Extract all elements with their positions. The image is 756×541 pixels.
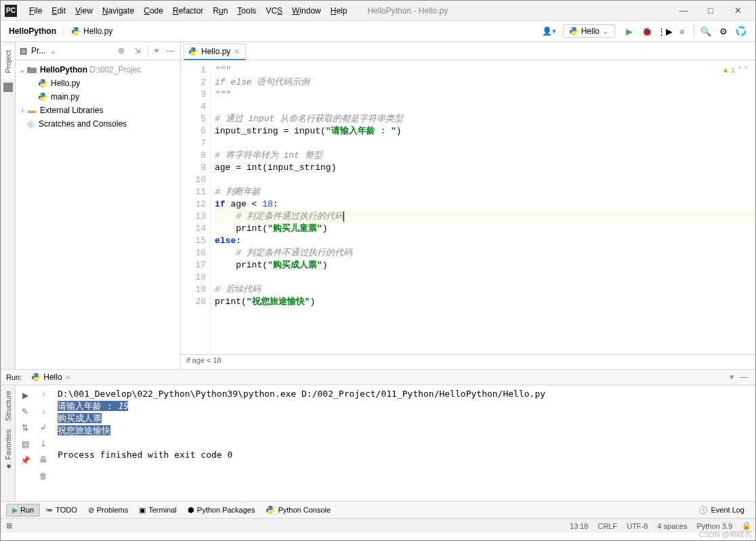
hide-run-button[interactable]: — [738,371,750,383]
editor-tab-hello[interactable]: Hello.py ✕ [184,43,246,60]
status-caret-position[interactable]: 13:18 [570,522,589,530]
tree-scratches[interactable]: ◎ Scratches and Consoles [16,117,180,131]
minimize-button[interactable]: — [670,1,697,20]
folder-icon [26,64,37,75]
status-encoding[interactable]: UTF-8 [627,522,648,530]
tree-external-libraries[interactable]: › ▬ External Libraries [16,104,180,117]
run-toolbar-secondary: ↑ ↓ ↲ ⤓ 🖶 🗑 [35,385,52,501]
chevron-down-icon[interactable]: ⌄ [49,46,56,56]
debug-button[interactable]: 🐞 [639,23,655,39]
menu-tools[interactable]: Tools [233,5,260,17]
python-icon [266,505,275,515]
settings-button[interactable]: ⚙ [715,23,732,39]
run-settings-button[interactable]: ✶ [726,371,738,383]
tab-project[interactable]: Project [2,45,14,79]
tree-file-hello[interactable]: Hello.py [16,77,180,90]
breadcrumb-file[interactable]: Hello.py [81,25,115,37]
stop-button[interactable]: ■ [674,23,690,39]
project-name: HelloPython [40,65,87,74]
gutter[interactable]: 1234567891011121314151617181920 [181,60,211,354]
python-file-icon [71,26,81,36]
project-path: D:\002_Projec [87,65,141,74]
toggle-button[interactable]: ⇅ [18,420,33,435]
soft-wrap-button[interactable]: ↲ [37,420,50,434]
python-file-icon [38,92,47,102]
menu-run[interactable]: Run [209,5,232,17]
app-logo: PC [5,5,17,17]
up-button[interactable]: ↑ [37,388,50,402]
run-toolbar-primary: ▶ ✎ ⇅ ▤ 📌 [16,385,35,501]
console-line-out2: 祝您旅途愉快 [58,425,110,435]
run-tool-window: Run: Hello ✕ ✶ — Structure ★ Favorites ▶… [1,369,755,501]
tab-event-log[interactable]: 🕓Event Log [693,504,750,516]
status-interpreter[interactable]: Python 3.9 [696,522,732,530]
project-panel-header: ▤ Pr... ⌄ ⊕ ⇲ ✶ — [16,42,180,60]
edit-config-button[interactable]: ✎ [18,404,33,419]
search-everywhere-button[interactable]: 🔍 [698,23,714,39]
context-breadcrumb[interactable]: if age < 18 [181,354,755,369]
expand-button[interactable]: ⇲ [131,45,144,57]
project-panel-title[interactable]: Pr... [31,46,45,56]
python-file-icon [38,79,47,88]
tab-python-packages[interactable]: ⬢Python Packages [182,504,261,516]
tab-favorites[interactable]: ★ Favorites [3,429,12,471]
run-config-select[interactable]: Hello ⌄ [563,24,615,38]
window-title: HelloPython - Hello.py [367,6,448,16]
layout-button[interactable]: ▤ [18,437,33,452]
scratch-icon: ◎ [25,118,36,129]
scroll-end-button[interactable]: ⤓ [37,437,50,450]
close-button[interactable]: ✕ [724,1,751,20]
scratches-label: Scratches and Consoles [39,119,127,129]
menu-help[interactable]: Help [327,5,352,17]
menu-vcs[interactable]: VCS [261,5,287,17]
status-indent[interactable]: 4 spaces [657,522,687,530]
bookmarks-icon[interactable] [3,83,13,92]
tab-run[interactable]: ▶Run [6,504,40,517]
delete-button[interactable]: 🗑 [37,469,50,483]
ide-features-button[interactable] [733,23,749,39]
menu-view[interactable]: View [71,5,97,17]
tab-todo[interactable]: ≔TODO [40,504,83,516]
console-line-out1: 购买成人票 [58,413,102,423]
collapse-button[interactable]: ✶ [148,45,160,57]
hide-button[interactable]: — [164,45,176,57]
console-exit: Process finished with exit code 0 [58,449,750,461]
menu-navigate[interactable]: Navigate [98,5,138,17]
main-menu: File Edit View Navigate Code Refactor Ru… [25,5,351,17]
tab-problems[interactable]: ⊘Problems [83,504,133,516]
menu-edit[interactable]: Edit [47,5,70,17]
print-button[interactable]: 🖶 [37,453,50,467]
close-icon[interactable]: ✕ [65,374,70,381]
tree-file-main[interactable]: main.py [16,90,180,104]
external-libs-label: External Libraries [40,106,103,115]
rerun-button[interactable]: ▶ [18,388,33,403]
status-line-separator[interactable]: CRLF [597,522,617,530]
code-area[interactable]: ▲ 1 ˄ ˅ 1234567891011121314151617181920 … [181,60,755,354]
down-button[interactable]: ↓ [37,404,50,418]
python-icon [31,372,41,382]
tree-project-root[interactable]: ⌄ HelloPython D:\002_Projec [16,63,180,77]
maximize-button[interactable]: □ [697,1,724,20]
tab-terminal[interactable]: ▣Terminal [133,504,182,516]
run-more-button[interactable]: ⋮▶ [656,23,673,39]
tab-python-console[interactable]: Python Console [260,504,336,516]
menu-file[interactable]: File [25,5,46,17]
menu-code[interactable]: Code [140,5,167,17]
pin-button[interactable]: 📌 [18,453,33,468]
code-text[interactable]: """ if else 语句代码示例 """ # 通过 input 从命名行获取… [211,60,755,354]
console-output[interactable]: D:\001_Develop\022_Python\Python39\pytho… [52,385,755,501]
python-file-icon [188,47,198,56]
close-tab-icon[interactable]: ✕ [234,47,240,56]
project-view-icon: ▤ [20,46,27,56]
menu-window[interactable]: Window [288,5,325,17]
run-title: Run: [6,373,22,381]
menu-refactor[interactable]: Refactor [169,5,207,17]
status-tool-window-button[interactable]: ⊞ [6,521,12,530]
tab-structure[interactable]: Structure [4,391,12,421]
run-tab-hello[interactable]: Hello ✕ [27,371,74,383]
locate-button[interactable]: ⊕ [115,45,127,57]
user-icon[interactable]: 👤▾ [542,26,556,36]
breadcrumb-root[interactable]: HelloPython [6,25,59,37]
status-bar: ⊞ 13:18 CRLF UTF-8 4 spaces Python 3.9 🔒 [1,518,755,533]
run-button[interactable]: ▶ [621,23,637,39]
